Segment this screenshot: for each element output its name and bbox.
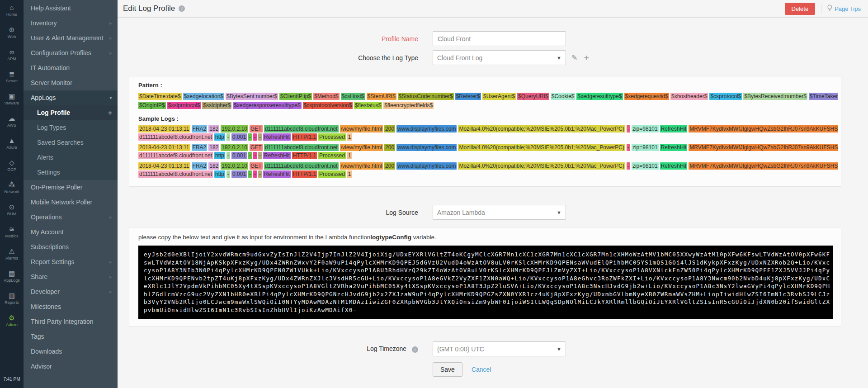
log-token: - (627, 144, 630, 151)
sidebar-item-advisor[interactable]: Advisor (24, 359, 118, 374)
sidebar-item-saved-searches[interactable]: Saved Searches (24, 135, 118, 150)
edit-log-type-icon[interactable]: ✎ (571, 53, 577, 62)
log-token: 182 (208, 162, 219, 170)
rail-item-home[interactable]: ⌂Home (0, 4, 24, 26)
sidebar-item-tags[interactable]: Tags (24, 329, 118, 344)
sidebar-item-mobile-network-poller[interactable]: Mobile Network Poller (24, 195, 118, 210)
rail-item-web[interactable]: ⊕Web (0, 26, 24, 48)
rail-item-label: GCP (7, 167, 16, 172)
log-token: - (226, 170, 230, 178)
log-token: FRA2 (192, 125, 208, 132)
save-button[interactable]: Save (433, 362, 462, 377)
sidebar-item-settings[interactable]: Settings (24, 165, 118, 180)
rail-item-network[interactable]: ⁂Network (0, 181, 24, 203)
sidebar-item-server-monitor[interactable]: Server Monitor (24, 76, 118, 90)
rail-item-applogs[interactable]: ▤AppLogs (0, 270, 24, 292)
rail-item-server[interactable]: ≣Server (0, 70, 24, 92)
log-token: 192.0.2.10 (221, 144, 248, 151)
sidebar-item-developer[interactable]: Developer▸ (24, 284, 118, 299)
log-token: - (627, 162, 630, 170)
log-timezone-select[interactable]: (GMT 0:00) UTC ▼ (433, 341, 566, 356)
pattern-lines: $DateTime:date$$xedgelocation$$BytesSent… (138, 91, 838, 109)
sample-logs-label: Sample Logs : (138, 115, 838, 122)
sidebar-item-on-premise-poller[interactable]: On-Premise Poller (24, 180, 118, 195)
sidebar-item-it-automation[interactable]: IT Automation (24, 61, 118, 76)
log-token: d111111abcdef8.cloudfront.net (264, 144, 339, 151)
rail-item-alarms[interactable]: ⚠Alarms (0, 247, 24, 270)
log-source-select[interactable]: Amazon Lambda ▼ (433, 205, 566, 220)
rail-item-reports[interactable]: ▥Reports (0, 292, 24, 314)
rail-item-label: Server (6, 79, 18, 84)
applogs-icon: ▤ (9, 270, 15, 278)
log-timezone-label-wrap: Log Timezone i (129, 345, 418, 353)
add-icon[interactable]: + (108, 105, 112, 120)
log-token: 0.001 (231, 152, 247, 159)
log-token: Mozilla/4.0%20(compatible;%20MSIE%205.0b… (458, 144, 625, 151)
log-token: Processed (318, 170, 346, 178)
sidebar-item-my-account[interactable]: My Account (24, 225, 118, 240)
log-token: $Cookie$ (551, 93, 576, 100)
log-token: RefreshHit (660, 125, 688, 132)
delete-button[interactable]: Delete (785, 3, 816, 15)
log-token: - (258, 133, 262, 141)
sidebar-item-operations[interactable]: Operations▸ (24, 210, 118, 225)
log-type-row: Choose the Log Type Cloud Front Log ▼ ✎ … (129, 50, 841, 65)
rail-item-gcp[interactable]: ◇GCP (0, 159, 24, 181)
log-token: $sslprotocol$ (167, 102, 201, 109)
server-icon: ≣ (9, 70, 15, 78)
sidebar-item-share[interactable]: Share▸ (24, 270, 118, 284)
icon-rail-items: ⌂Home⊕Web∞APM≣Server▣VMware☁AWS▲Azure◇GC… (0, 4, 24, 336)
sidebar-item-configuration-profiles[interactable]: Configuration Profiles▸ (24, 46, 118, 61)
chevron-right-icon: ▸ (109, 16, 112, 31)
sidebar-item-user-alert-management[interactable]: User & Alert Management▸ (24, 31, 118, 46)
log-token: HTTP/1.1 (292, 133, 317, 141)
rail-item-metrics[interactable]: ≋Metrics (0, 225, 24, 247)
rail-item-aws[interactable]: ☁AWS (0, 114, 24, 137)
page-tips-link[interactable]: Page Tips (827, 5, 861, 13)
sidebar-item-inventory[interactable]: Inventory▸ (24, 16, 118, 31)
sidebar-item-label: Operations (31, 210, 107, 225)
log-token: RefreshHit (660, 144, 688, 151)
log-token: $StatusCode:number$ (398, 93, 454, 100)
log-token: - (226, 152, 230, 159)
sample-log-entry: 2018-04-23 01:13:11FRA2182192.0.2.10GETd… (138, 124, 838, 141)
sidebar-item-log-types[interactable]: Log Types+ (24, 120, 118, 135)
log-token: www.displaymyfiles.com (396, 162, 457, 170)
rail-item-vmware[interactable]: ▣VMware (0, 92, 24, 114)
sidebar-item-milestones[interactable]: Milestones (24, 299, 118, 314)
rail-item-rum[interactable]: ⊙RUM (0, 203, 24, 225)
header-actions: Delete Page Tips (785, 3, 861, 15)
log-token: - (253, 152, 257, 159)
app-window: ⌂Home⊕Web∞APM≣Server▣VMware☁AWS▲Azure◇GC… (0, 0, 868, 388)
cancel-link[interactable]: Cancel (472, 366, 491, 373)
rail-item-label: Reports (5, 300, 19, 305)
lambda-config-code: eyJsb2d0eXBlIjoiY2xvdWRmcm9udGxvZyIsInJl… (138, 246, 833, 319)
sidebar-item-label: Report Settings (31, 255, 107, 270)
timezone-info-icon[interactable]: i (412, 346, 418, 353)
log-token: GET (250, 144, 263, 151)
log-type-select[interactable]: Cloud Front Log ▼ (433, 50, 566, 65)
profile-name-input[interactable] (433, 31, 566, 46)
sidebar-item-report-settings[interactable]: Report Settings▸ (24, 255, 118, 270)
chevron-right-icon: ▸ (109, 210, 112, 225)
title-info-icon[interactable]: i (179, 5, 185, 12)
sample-log-line-2: d111111abcdef8.cloudfront.nethttp-0.001-… (138, 170, 838, 178)
add-icon[interactable]: + (108, 120, 112, 135)
sidebar-item-subscriptions[interactable]: Subscriptions (24, 240, 118, 255)
sidebar-item-applogs[interactable]: AppLogs▾ (24, 90, 118, 105)
sidebar-item-help-assistant[interactable]: Help Assistant (24, 1, 118, 16)
sidebar-item-log-profile[interactable]: Log Profile+ (24, 105, 118, 120)
sidebar-item-label: Advisor (31, 359, 112, 374)
alarm-bell-icon: ⚠ (9, 247, 14, 256)
add-log-type-icon[interactable]: + (584, 53, 589, 62)
sidebar-item-downloads[interactable]: Downloads (24, 344, 118, 359)
sidebar-item-alerts[interactable]: Alerts (24, 150, 118, 165)
sidebar-item-third-party-integration[interactable]: Third Party Integration (24, 314, 118, 329)
rail-item-azure[interactable]: ▲Azure (0, 137, 24, 159)
rail-item-admin[interactable]: ⚙Admin (0, 314, 24, 336)
sidebar-item-label: Help Assistant (31, 1, 112, 16)
log-token: RefreshHit (263, 152, 291, 159)
rail-item-apm[interactable]: ∞APM (0, 48, 24, 70)
log-token: d111111abcdef8.cloudfront.net (138, 133, 213, 141)
sidebar-item-label: Inventory (31, 16, 107, 31)
